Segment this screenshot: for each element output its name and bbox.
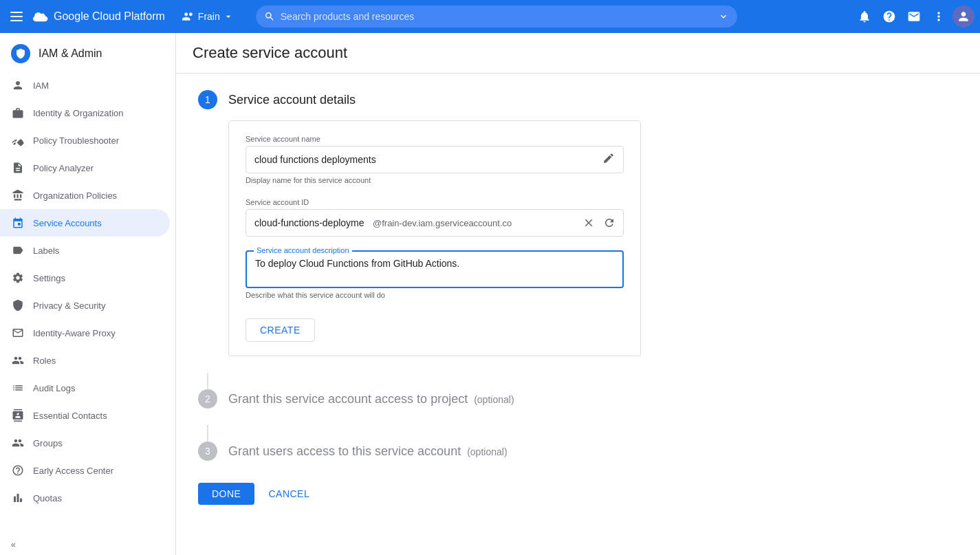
service-account-desc-label: Service account description <box>254 246 352 254</box>
sidebar-item-roles[interactable]: Roles <box>0 347 170 374</box>
main-content: Create service account 1 Service account… <box>176 33 980 555</box>
audit-logs-icon <box>11 381 25 395</box>
user-avatar[interactable] <box>952 6 974 28</box>
create-button[interactable]: CREATE <box>246 318 315 342</box>
topbar-actions <box>853 6 974 28</box>
step-1-header: 1 Service account details <box>198 90 958 109</box>
sidebar-collapse-btn[interactable]: « <box>0 534 175 555</box>
sidebar-item-identity-aware-proxy[interactable]: Identity-Aware Proxy <box>0 319 170 347</box>
sidebar-item-label-identity-org: Identity & Organization <box>33 108 124 118</box>
sidebar-item-label-groups: Groups <box>33 438 63 448</box>
topbar-more-icon[interactable] <box>928 6 950 28</box>
identity-aware-proxy-icon <box>11 326 25 340</box>
sidebar-item-label-quotas: Quotas <box>33 493 62 503</box>
step-connector-1-2 <box>207 373 208 389</box>
step-1-section: 1 Service account details Service accoun… <box>198 90 958 356</box>
service-account-name-field: Service account name Display name for th… <box>246 135 624 184</box>
sidebar-item-labels[interactable]: Labels <box>0 237 170 264</box>
service-account-name-label: Service account name <box>246 135 624 143</box>
labels-icon <box>11 243 25 257</box>
sidebar-item-label-audit-logs: Audit Logs <box>33 383 75 393</box>
org-policies-icon <box>11 188 25 202</box>
step-1-title: Service account details <box>228 93 356 107</box>
step-3-section: 3 Grant users access to this service acc… <box>198 442 958 461</box>
sidebar-item-org-policies[interactable]: Organization Policies <box>0 182 170 209</box>
sidebar-header-title: IAM & Admin <box>39 47 102 60</box>
sidebar-item-label-roles: Roles <box>33 356 56 366</box>
sidebar-item-early-access[interactable]: Early Access Center <box>0 457 170 484</box>
step-1-form: Service account name Display name for th… <box>228 120 641 356</box>
sidebar-item-policy-analyzer[interactable]: Policy Analyzer <box>0 154 170 182</box>
service-account-desc-textarea[interactable]: To deploy Cloud Functions from GitHub Ac… <box>255 257 614 279</box>
sidebar-item-label-identity-aware-proxy: Identity-Aware Proxy <box>33 328 116 338</box>
clear-id-btn[interactable] <box>579 213 598 232</box>
topbar-notifications-icon[interactable] <box>853 6 875 28</box>
sidebar-item-groups[interactable]: Groups <box>0 429 170 457</box>
step-2-number: 2 <box>198 389 217 409</box>
sidebar-item-service-accounts[interactable]: Service Accounts <box>0 209 170 237</box>
step-2-title: Grant this service account access to pro… <box>228 392 514 406</box>
sidebar-item-label-org-policies: Organization Policies <box>33 191 117 201</box>
page-header: Create service account <box>176 33 980 74</box>
topbar-title: Google Cloud Platform <box>54 10 165 23</box>
main-layout: IAM & Admin IAM Identity & Organization … <box>0 33 980 555</box>
bottom-actions: DONE CANCEL <box>198 483 958 505</box>
service-account-desc-wrapper: Service account description To deploy Cl… <box>246 250 624 288</box>
sidebar-item-identity-org[interactable]: Identity & Organization <box>0 99 170 127</box>
groups-icon <box>11 436 25 450</box>
service-account-desc-field: Service account description To deploy Cl… <box>246 250 624 299</box>
svg-rect-1 <box>10 16 23 17</box>
sidebar-item-label-privacy-security: Privacy & Security <box>33 301 105 311</box>
service-account-id-input-container <box>246 217 370 228</box>
done-button[interactable]: DONE <box>198 483 254 505</box>
sidebar-item-policy-troubleshooter[interactable]: Policy Troubleshooter <box>0 127 170 154</box>
step-1-number: 1 <box>198 90 217 109</box>
policy-analyzer-icon <box>11 161 25 175</box>
cancel-button[interactable]: CANCEL <box>265 483 312 505</box>
essential-contacts-icon <box>11 409 25 422</box>
topbar: Google Cloud Platform Frain <box>0 0 980 33</box>
topbar-search[interactable] <box>256 6 737 28</box>
topbar-help-icon[interactable] <box>878 6 900 28</box>
content-area: 1 Service account details Service accoun… <box>176 74 980 521</box>
sidebar-item-settings[interactable]: Settings <box>0 264 170 292</box>
sidebar-item-audit-logs[interactable]: Audit Logs <box>0 374 170 402</box>
menu-icon[interactable] <box>6 6 28 28</box>
topbar-email-icon[interactable] <box>903 6 925 28</box>
sidebar-item-iam[interactable]: IAM <box>0 72 170 99</box>
early-access-icon <box>11 464 25 477</box>
sidebar-item-label-policy-troubleshooter: Policy Troubleshooter <box>33 135 119 146</box>
svg-rect-2 <box>10 20 23 21</box>
refresh-id-btn[interactable] <box>600 213 619 232</box>
sidebar-item-label-iam: IAM <box>33 80 49 91</box>
service-account-id-input[interactable] <box>254 217 364 228</box>
identity-org-icon <box>11 106 25 120</box>
sidebar-item-privacy-security[interactable]: Privacy & Security <box>0 292 170 319</box>
service-account-id-label: Service account ID <box>246 198 624 206</box>
topbar-project[interactable]: Frain <box>176 7 239 26</box>
sidebar-nav: IAM Identity & Organization Policy Troub… <box>0 69 175 529</box>
privacy-security-icon <box>11 298 25 312</box>
sidebar-item-quotas[interactable]: Quotas <box>0 484 170 512</box>
step-connector-2-3 <box>207 425 208 442</box>
step-3-title: Grant users access to this service accou… <box>228 444 508 459</box>
sidebar-header: IAM & Admin <box>0 33 175 69</box>
service-accounts-icon <box>11 216 25 230</box>
service-account-name-input-wrapper <box>246 146 624 173</box>
page-title: Create service account <box>193 44 963 62</box>
quotas-icon <box>11 491 25 505</box>
service-account-name-input[interactable] <box>254 154 600 165</box>
sidebar-item-label-settings: Settings <box>33 273 65 283</box>
name-field-icon[interactable] <box>600 149 618 170</box>
service-account-name-helper: Display name for this service account <box>246 176 624 184</box>
topbar-logo: Google Cloud Platform <box>33 10 165 23</box>
sidebar-item-essential-contacts[interactable]: Essential Contacts <box>0 402 170 429</box>
service-account-desc-helper: Describe what this service account will … <box>246 291 624 299</box>
iam-icon <box>11 78 25 92</box>
sidebar-item-label-labels: Labels <box>33 246 59 256</box>
search-input[interactable] <box>281 11 712 22</box>
collapse-icon: « <box>11 540 16 549</box>
service-account-id-actions <box>575 213 623 232</box>
step-3-number: 3 <box>198 442 217 461</box>
service-account-id-suffix: @frain-dev.iam.gserviceaccount.co <box>370 218 575 228</box>
